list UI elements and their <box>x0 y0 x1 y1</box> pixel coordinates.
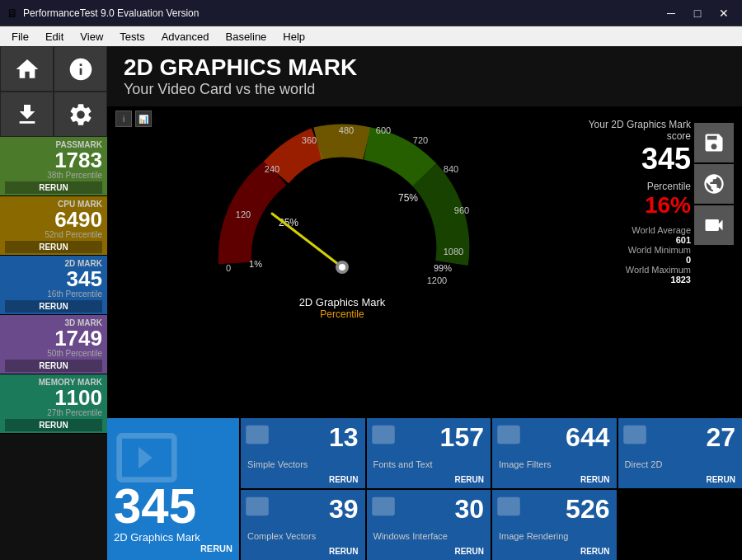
tile-icon-image-filters <box>496 422 521 450</box>
sidebar-cards: PASSMARK 1783 38th Percentile RERUN CPU … <box>0 137 107 434</box>
svg-text:1%: 1% <box>249 259 262 269</box>
tile-rerun-windows-interface[interactable]: RERUN <box>373 547 485 556</box>
main-tile-label: 2D Graphics Mark <box>114 531 232 544</box>
sidebar-nav-icons <box>0 46 107 137</box>
score-value: 345 <box>585 142 691 176</box>
world-min-value: 0 <box>658 255 691 265</box>
svg-text:240: 240 <box>265 164 279 174</box>
minimize-button[interactable]: ─ <box>660 5 683 21</box>
svg-text:0: 0 <box>226 263 231 273</box>
close-button[interactable]: ✕ <box>712 5 735 21</box>
svg-text:99%: 99% <box>434 263 452 273</box>
world-avg-label: World Average <box>632 225 691 235</box>
tile-rerun-direct-2d[interactable]: RERUN <box>625 475 736 484</box>
sidebar-card-cpu[interactable]: CPU MARK 6490 52nd Percentile RERUN <box>0 196 107 256</box>
menu-baseline[interactable]: Baseline <box>217 29 275 45</box>
nav-upload-button[interactable] <box>0 92 54 137</box>
menu-edit[interactable]: Edit <box>37 29 72 45</box>
tile-image-filters[interactable]: 644 Image Filters RERUN <box>492 418 617 488</box>
window-title: PerformanceTest 9.0 Evaluation Version <box>23 7 660 19</box>
video-button[interactable] <box>694 205 734 245</box>
tile-main-icon <box>114 425 180 494</box>
svg-text:75%: 75% <box>398 192 418 204</box>
percentile-label: Percentile <box>585 181 691 192</box>
card-rerun-cpu[interactable]: RERUN <box>5 241 102 253</box>
nav-info-button[interactable] <box>54 46 107 92</box>
side-action-buttons <box>694 123 734 285</box>
tile-rerun-simple-vectors[interactable]: RERUN <box>247 475 359 484</box>
tile-rerun-complex-vectors[interactable]: RERUN <box>247 547 359 556</box>
menu-view[interactable]: View <box>72 29 111 45</box>
tile-rerun-fonts-text[interactable]: RERUN <box>373 475 485 484</box>
nav-home-button[interactable] <box>0 46 54 92</box>
card-rerun-passmark[interactable]: RERUN <box>5 181 102 194</box>
gauge-controls: i 📊 <box>115 111 152 127</box>
svg-text:1080: 1080 <box>444 247 463 256</box>
maximize-button[interactable]: □ <box>686 5 709 21</box>
tiles-area: 345 2D Graphics Mark RERUN 13 Simple Vec… <box>107 418 742 560</box>
tile-image-rendering[interactable]: 526 Image Rendering RERUN <box>492 490 617 560</box>
tile-windows-interface[interactable]: 30 Windows Interface RERUN <box>367 490 491 560</box>
card-percentile-memory: 27th Percentile <box>5 408 102 417</box>
tile-icon-image-rendering <box>496 494 521 522</box>
score-label: Your 2D Graphics Mark score <box>585 119 691 142</box>
tile-rerun-image-filters[interactable]: RERUN <box>499 475 610 484</box>
tile-rerun-image-rendering[interactable]: RERUN <box>499 547 610 556</box>
tile-icon-fonts-text <box>371 422 396 450</box>
page-subtitle: Your Video Card vs the world <box>124 81 726 98</box>
sidebar: PASSMARK 1783 38th Percentile RERUN CPU … <box>0 46 107 560</box>
tile-direct-2d[interactable]: 27 Direct 2D RERUN <box>618 418 743 488</box>
card-value-passmark: 1783 <box>5 149 102 171</box>
menu-tests[interactable]: Tests <box>111 29 153 45</box>
world-stats: World Average 601 World Minimum 0 <box>585 225 691 285</box>
card-rerun-memory[interactable]: RERUN <box>5 419 102 431</box>
card-percentile-3d: 50th Percentile <box>5 349 102 358</box>
sidebar-card-2d[interactable]: 2D MARK 345 16th Percentile RERUN <box>0 256 107 315</box>
tile-icon-simple-vectors <box>245 422 270 450</box>
content-area: 2D GRAPHICS MARK Your Video Card vs the … <box>107 46 742 560</box>
svg-line-15 <box>272 214 342 267</box>
world-max-value: 1823 <box>658 275 691 285</box>
tile-name-fonts-text: Fonts and Text <box>373 459 485 469</box>
tile-complex-vectors[interactable]: 39 Complex Vectors RERUN <box>241 490 365 560</box>
tile-simple-vectors[interactable]: 13 Simple Vectors RERUN <box>241 418 365 488</box>
gauge-sublabel: Percentile <box>320 308 364 320</box>
menu-advanced[interactable]: Advanced <box>153 29 218 45</box>
gauge-chart-button[interactable]: 📊 <box>135 111 152 127</box>
svg-text:480: 480 <box>339 125 354 135</box>
card-value-2d: 345 <box>5 268 102 289</box>
card-value-memory: 1100 <box>5 387 102 408</box>
sidebar-card-memory[interactable]: MEMORY MARK 1100 27th Percentile RERUN <box>0 374 107 434</box>
card-value-cpu: 6490 <box>5 209 102 230</box>
tile-fonts-text[interactable]: 157 Fonts and Text RERUN <box>367 418 491 488</box>
card-value-3d: 1749 <box>5 327 102 349</box>
menu-file[interactable]: File <box>3 29 37 45</box>
main-container: PASSMARK 1783 38th Percentile RERUN CPU … <box>0 46 742 560</box>
save-results-button[interactable] <box>694 123 734 162</box>
card-rerun-2d[interactable]: RERUN <box>5 300 102 313</box>
sidebar-card-3d[interactable]: 3D MARK 1749 50th Percentile RERUN <box>0 315 107 374</box>
web-compare-button[interactable] <box>694 164 734 204</box>
menu-help[interactable]: Help <box>275 29 313 45</box>
card-rerun-3d[interactable]: RERUN <box>5 360 102 372</box>
main-tile-rerun[interactable]: RERUN <box>114 544 232 553</box>
tile-icon-complex-vectors <box>245 494 270 522</box>
sidebar-card-passmark[interactable]: PASSMARK 1783 38th Percentile RERUN <box>0 137 107 196</box>
svg-text:960: 960 <box>454 205 469 215</box>
stats-panel: Your 2D Graphics Mark score 345 Percenti… <box>577 106 742 418</box>
card-percentile-passmark: 38th Percentile <box>5 171 102 180</box>
card-percentile-2d: 16th Percentile <box>5 289 102 299</box>
main-score-tile: 345 2D Graphics Mark RERUN <box>107 418 239 560</box>
nav-settings-button[interactable] <box>54 92 107 137</box>
tile-name-image-filters: Image Filters <box>499 459 610 469</box>
tile-name-complex-vectors: Complex Vectors <box>247 531 359 541</box>
card-percentile-cpu: 52nd Percentile <box>5 230 102 239</box>
tile-name-simple-vectors: Simple Vectors <box>247 459 359 469</box>
world-min-label: World Minimum <box>628 245 691 255</box>
tile-icon-direct-2d <box>622 422 647 450</box>
world-max-label: World Maximum <box>626 265 691 275</box>
gauge-info-button[interactable]: i <box>115 111 132 127</box>
svg-text:840: 840 <box>444 164 458 174</box>
content-header: 2D GRAPHICS MARK Your Video Card vs the … <box>107 46 742 106</box>
percentile-value: 16% <box>585 192 691 219</box>
